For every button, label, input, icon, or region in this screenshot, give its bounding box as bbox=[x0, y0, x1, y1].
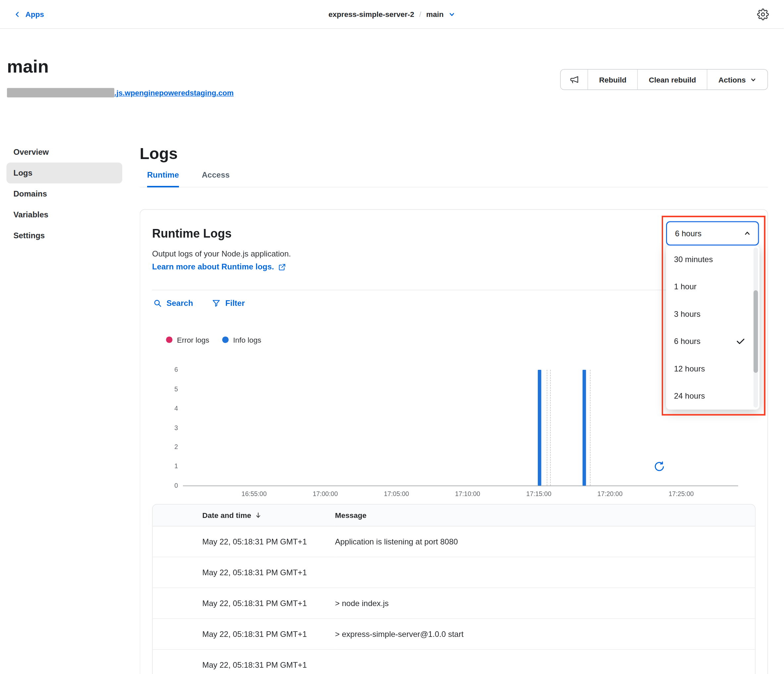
environment-url-link[interactable]: .js.wpenginepoweredstaging.com bbox=[114, 88, 233, 97]
legend-label: Info logs bbox=[233, 336, 261, 344]
breadcrumb: express-simple-server-2 / main bbox=[328, 0, 456, 28]
actions-dropdown-button[interactable]: Actions bbox=[707, 70, 767, 89]
time-range-menu: 30 minutes 1 hour 3 hours 6 hours 12 hou… bbox=[666, 246, 759, 409]
clean-rebuild-button[interactable]: Clean rebuild bbox=[637, 70, 707, 89]
sidebar-item-variables[interactable]: Variables bbox=[7, 204, 123, 225]
time-range-selected-value: 6 hours bbox=[675, 229, 702, 238]
header-actions-group: Rebuild Clean rebuild Actions bbox=[560, 69, 768, 90]
chevron-down-icon[interactable] bbox=[449, 11, 456, 17]
runtime-logs-chart: 0123456 16:55:0017:00:0017:05:0017:10:00… bbox=[152, 370, 756, 509]
check-icon bbox=[736, 336, 745, 346]
refresh-button[interactable] bbox=[654, 461, 665, 473]
x-axis-tick-label: 17:25:00 bbox=[669, 490, 694, 498]
search-icon bbox=[153, 299, 162, 308]
log-timestamp: May 22, 05:18:31 PM GMT+1 bbox=[153, 526, 334, 557]
table-row[interactable]: May 22, 05:18:31 PM GMT+1 > node index.j… bbox=[153, 588, 755, 619]
time-range-option[interactable]: 30 minutes bbox=[666, 246, 759, 273]
card-description: Output logs of your Node.js application. bbox=[152, 249, 756, 258]
y-axis-tick-label: 0 bbox=[152, 482, 178, 489]
table-row[interactable]: May 22, 05:18:31 PM GMT+1 bbox=[153, 649, 755, 674]
gear-icon bbox=[757, 8, 769, 20]
x-axis-tick-label: 17:00:00 bbox=[313, 490, 338, 498]
time-range-option[interactable]: 12 hours bbox=[666, 355, 759, 382]
log-timestamp: May 22, 05:18:31 PM GMT+1 bbox=[153, 557, 334, 588]
chevron-left-icon bbox=[14, 11, 21, 17]
sidebar-item-logs[interactable]: Logs bbox=[7, 163, 123, 184]
y-axis-tick-label: 6 bbox=[152, 366, 178, 374]
top-bar: Apps express-simple-server-2 / main bbox=[0, 0, 784, 29]
table-row[interactable]: May 22, 05:18:31 PM GMT+1 Application is… bbox=[153, 526, 755, 557]
log-timestamp: May 22, 05:18:31 PM GMT+1 bbox=[153, 588, 334, 619]
learn-more-link[interactable]: Learn more about Runtime logs. bbox=[152, 262, 274, 271]
filter-icon bbox=[212, 299, 221, 308]
y-axis-tick-label: 2 bbox=[152, 443, 178, 451]
log-message: Application is listening at port 8080 bbox=[334, 526, 755, 557]
sidebar-nav: Overview Logs Domains Variables Settings bbox=[7, 142, 123, 246]
dashed-time-marker bbox=[547, 370, 548, 486]
sidebar-item-domains[interactable]: Domains bbox=[7, 184, 123, 204]
breadcrumb-env-name[interactable]: main bbox=[426, 10, 444, 19]
log-table: Date and time Message May 22, 05:18:31 P… bbox=[152, 504, 756, 674]
logs-toolbar: Search Filter bbox=[152, 290, 756, 308]
time-range-option[interactable]: 3 hours bbox=[666, 300, 759, 328]
card-title: Runtime Logs bbox=[152, 227, 756, 241]
breadcrumb-app-name[interactable]: express-simple-server-2 bbox=[328, 10, 414, 19]
settings-gear-button[interactable] bbox=[757, 0, 769, 28]
sidebar-item-overview[interactable]: Overview bbox=[7, 142, 123, 163]
x-axis-tick-label: 17:20:00 bbox=[597, 490, 623, 498]
search-button[interactable]: Search bbox=[153, 299, 193, 308]
announcements-button[interactable] bbox=[561, 70, 588, 89]
legend-label: Error logs bbox=[177, 336, 209, 344]
megaphone-icon bbox=[569, 75, 579, 84]
back-label: Apps bbox=[25, 10, 44, 19]
time-range-option-label: 6 hours bbox=[674, 337, 700, 346]
tab-access[interactable]: Access bbox=[202, 171, 230, 188]
logs-page-title: Logs bbox=[140, 144, 768, 164]
log-message bbox=[334, 649, 755, 674]
log-message: > node index.js bbox=[334, 588, 755, 619]
actions-label: Actions bbox=[719, 75, 746, 84]
page-title: main bbox=[7, 56, 49, 77]
column-header-label: Date and time bbox=[202, 511, 252, 520]
table-row[interactable]: May 22, 05:18:31 PM GMT+1 bbox=[153, 557, 755, 588]
filter-button[interactable]: Filter bbox=[212, 299, 245, 308]
sort-descending-icon bbox=[255, 512, 263, 519]
legend-dot bbox=[166, 337, 173, 343]
time-range-option[interactable]: 1 hour bbox=[666, 273, 759, 300]
legend-item-info-logs: Info logs bbox=[222, 336, 261, 344]
time-range-select[interactable]: 6 hours bbox=[666, 221, 759, 246]
sidebar-item-settings[interactable]: Settings bbox=[7, 225, 123, 246]
time-range-option[interactable]: 24 hours bbox=[666, 382, 759, 410]
x-axis-tick-label: 16:55:00 bbox=[241, 490, 267, 498]
rebuild-button[interactable]: Rebuild bbox=[588, 70, 637, 89]
chevron-up-icon bbox=[744, 230, 751, 237]
chevron-down-icon bbox=[750, 76, 757, 83]
x-axis-tick-label: 17:10:00 bbox=[455, 490, 480, 498]
redacted-url-segment bbox=[7, 88, 114, 97]
y-axis-tick-label: 3 bbox=[152, 424, 178, 431]
dashed-time-marker bbox=[590, 370, 591, 486]
environment-url-row: .js.wpenginepoweredstaging.com bbox=[7, 87, 233, 98]
x-axis-tick-label: 17:05:00 bbox=[384, 490, 409, 498]
time-range-option[interactable]: 6 hours bbox=[666, 328, 759, 355]
search-label: Search bbox=[166, 299, 193, 308]
logs-tabs: Runtime Access bbox=[140, 171, 768, 188]
chart-bar bbox=[538, 370, 542, 486]
tab-runtime[interactable]: Runtime bbox=[147, 171, 179, 188]
refresh-icon bbox=[654, 461, 665, 473]
legend-dot bbox=[222, 337, 229, 343]
x-axis-tick-label: 17:15:00 bbox=[526, 490, 551, 498]
log-message: > express-simple-server@1.0.0 start bbox=[334, 619, 755, 649]
y-axis-tick-label: 5 bbox=[152, 385, 178, 393]
external-link-icon[interactable] bbox=[278, 263, 287, 271]
log-message bbox=[334, 557, 755, 588]
breadcrumb-separator: / bbox=[419, 10, 421, 19]
log-timestamp: May 22, 05:18:31 PM GMT+1 bbox=[153, 619, 334, 649]
y-axis-tick-label: 1 bbox=[152, 462, 178, 470]
table-row[interactable]: May 22, 05:18:31 PM GMT+1 > express-simp… bbox=[153, 619, 755, 649]
y-axis-tick-label: 4 bbox=[152, 404, 178, 412]
menu-scrollbar-thumb[interactable] bbox=[753, 290, 758, 373]
back-to-apps-link[interactable]: Apps bbox=[14, 0, 44, 28]
page: Apps express-simple-server-2 / main main… bbox=[0, 0, 784, 674]
dashed-time-marker bbox=[550, 370, 551, 486]
